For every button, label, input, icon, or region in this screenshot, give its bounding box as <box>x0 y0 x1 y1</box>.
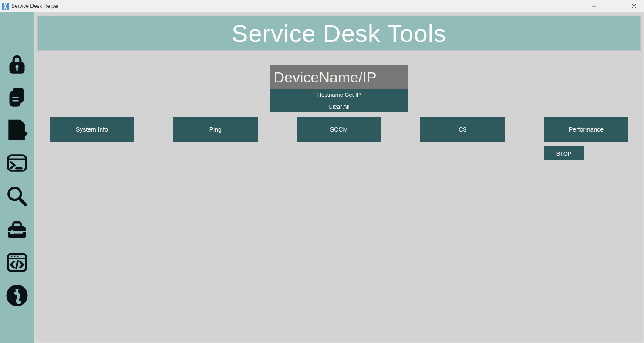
ping-button[interactable]: Ping <box>173 117 258 142</box>
terminal-icon <box>5 151 29 177</box>
minimize-button[interactable] <box>584 0 604 12</box>
sidebar-item-search[interactable] <box>4 184 30 210</box>
svg-rect-9 <box>13 97 19 98</box>
banner: Service Desk Tools <box>37 16 641 51</box>
svg-rect-6 <box>16 68 18 71</box>
sidebar-item-info[interactable] <box>4 283 30 309</box>
svg-line-18 <box>19 198 25 204</box>
svg-point-30 <box>16 289 19 292</box>
sidebar-item-lock[interactable] <box>4 51 30 78</box>
app-icon <box>2 3 9 10</box>
svg-rect-1 <box>612 4 616 8</box>
main-panel: Service Desk Tools Hostname Get IP Clear… <box>34 12 644 343</box>
action-row: System Info Ping SCCM C$ Performance STO… <box>37 117 641 160</box>
search-icon <box>5 184 29 210</box>
sidebar-item-clipboard[interactable] <box>4 85 30 111</box>
svg-rect-8 <box>10 91 21 107</box>
stop-button[interactable]: STOP <box>544 146 584 160</box>
device-entry-block: Hostname Get IP Clear All <box>270 65 408 112</box>
performance-button[interactable]: Performance <box>544 117 628 142</box>
svg-line-28 <box>16 261 18 269</box>
page-title: Service Desk Tools <box>232 19 446 48</box>
maximize-button[interactable] <box>604 0 624 12</box>
lock-icon <box>5 51 29 78</box>
svg-rect-22 <box>14 231 23 233</box>
sidebar-item-toolbox[interactable] <box>4 217 30 243</box>
code-window-icon <box>5 250 29 276</box>
sidebar-item-code-window[interactable] <box>4 250 30 276</box>
clear-all-button[interactable]: Clear All <box>270 101 408 112</box>
clipboard-icon <box>5 85 29 111</box>
c-share-button[interactable]: C$ <box>420 117 505 142</box>
system-info-button[interactable]: System Info <box>50 117 134 142</box>
device-name-input[interactable] <box>270 65 408 89</box>
toolbox-icon <box>5 217 29 243</box>
sidebar-item-terminal[interactable] <box>4 151 30 177</box>
window-title: Service Desk Helper <box>11 3 59 9</box>
info-icon <box>5 283 29 309</box>
hostname-get-ip-button[interactable]: Hostname Get IP <box>270 89 408 101</box>
svg-rect-10 <box>13 100 19 102</box>
sidebar-item-edit-document[interactable] <box>4 118 30 144</box>
sccm-button[interactable]: SCCM <box>297 117 381 142</box>
edit-document-icon <box>5 118 29 144</box>
window-titlebar: Service Desk Helper <box>0 0 644 12</box>
close-button[interactable] <box>624 0 644 12</box>
window-controls <box>584 0 644 12</box>
sidebar <box>0 12 34 343</box>
